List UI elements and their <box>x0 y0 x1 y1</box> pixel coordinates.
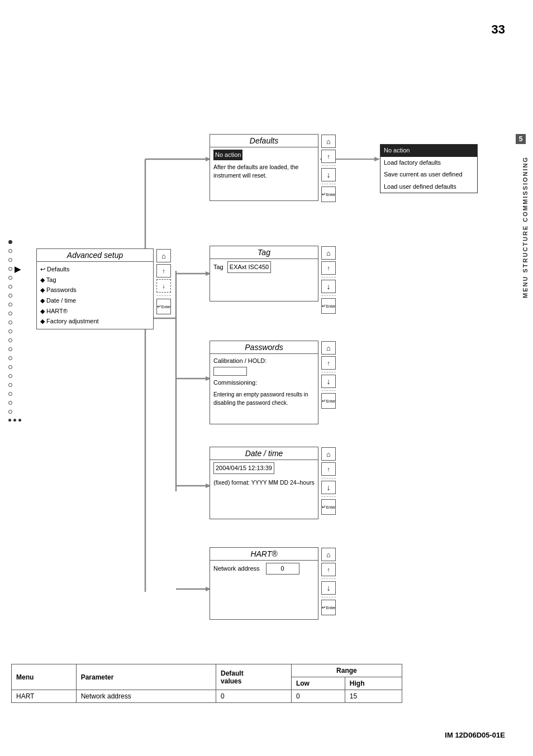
hart-down-btn[interactable]: ↓ <box>321 581 336 595</box>
hart-title: HART® <box>210 548 318 561</box>
tag-box: Tag Tag EXAxt ISC450 ⌂ ↑ ↓ ↵Enter <box>210 246 318 302</box>
passwords-note: Entering an empty password results in di… <box>213 390 315 407</box>
defaults-dropdown: No action Load factory defaults Save cur… <box>380 144 478 193</box>
cell-low: 0 <box>291 690 345 703</box>
tag-up-btn[interactable]: ↑ <box>321 261 336 275</box>
table-row: HART Network address 0 0 15 <box>12 690 402 703</box>
advanced-enter-btn[interactable]: ↵Enter <box>156 299 171 314</box>
passwords-content: Calibration / HOLD: Commissioning: Enter… <box>210 354 318 409</box>
datetime-home-btn[interactable]: ⌂ <box>321 447 336 461</box>
defaults-selected: No action <box>213 150 242 160</box>
dropdown-item-no-action[interactable]: No action <box>380 145 477 157</box>
passwords-title: Passwords <box>210 341 318 354</box>
passwords-enter-btn[interactable]: ↵Enter <box>321 393 336 409</box>
defaults-content: No action After the defaults are loaded,… <box>210 147 318 183</box>
tag-title: Tag <box>210 246 318 259</box>
datetime-enter-btn[interactable]: ↵Enter <box>321 499 336 515</box>
defaults-home-btn[interactable]: ⌂ <box>321 135 336 148</box>
svg-marker-15 <box>374 157 380 161</box>
datetime-box: Date / time 2004/04/15 12:13:39 (fixed) … <box>210 447 318 519</box>
section-number: 5 <box>516 134 526 144</box>
side-label: MENU STRUCTURE COMMISSIONING <box>522 156 529 298</box>
advanced-home-btn[interactable]: ⌂ <box>156 249 171 262</box>
col-parameter: Parameter <box>76 664 216 690</box>
passwords-down-btn[interactable]: ↓ <box>321 375 336 388</box>
dropdown-item-save-user[interactable]: Save current as user defined <box>380 169 477 181</box>
hart-content: Network address 0 <box>210 561 318 577</box>
col-range: Range <box>291 664 402 677</box>
passwords-home-btn[interactable]: ⌂ <box>321 341 336 355</box>
defaults-up-btn[interactable]: ↑ <box>321 150 336 163</box>
defaults-description: After the defaults are loaded, the instr… <box>213 163 315 181</box>
commissioning-label: Commissioning: <box>213 378 315 387</box>
col-low: Low <box>291 677 345 690</box>
dropdown-item-load-user[interactable]: Load user defined defaults <box>380 181 477 193</box>
tag-enter-btn[interactable]: ↵Enter <box>321 298 336 314</box>
cell-menu: HART <box>12 690 77 703</box>
datetime-up-btn[interactable]: ↑ <box>321 462 336 476</box>
defaults-title: Defaults <box>210 135 318 147</box>
col-menu: Menu <box>12 664 77 690</box>
datetime-title: Date / time <box>210 447 318 460</box>
defaults-box: Defaults No action After the defaults ar… <box>210 134 318 201</box>
tag-label: Tag <box>213 264 223 270</box>
passwords-up-btn[interactable]: ↑ <box>321 356 336 370</box>
advanced-setup-box: Advanced setup ↩ Defaults ◆ Tag ◆ Passwo… <box>36 248 154 329</box>
advanced-up-btn[interactable]: ↑ <box>156 264 171 277</box>
advanced-setup-content: ↩ Defaults ◆ Tag ◆ Passwords ◆ Date / ti… <box>37 262 153 329</box>
cal-label: Calibration / HOLD: <box>213 356 315 366</box>
hart-home-btn[interactable]: ⌂ <box>321 548 336 561</box>
parameter-table: Menu Parameter Defaultvalues Range Low H… <box>11 664 402 703</box>
hart-label: Network address <box>213 565 260 572</box>
defaults-down-btn[interactable]: ↓ <box>321 168 336 181</box>
dropdown-item-load-factory[interactable]: Load factory defaults <box>380 157 477 169</box>
col-high: High <box>345 677 402 690</box>
tag-home-btn[interactable]: ⌂ <box>321 246 336 260</box>
hart-value: 0 <box>266 563 299 575</box>
datetime-value: 2004/04/15 12:13:39 <box>213 462 274 474</box>
cell-parameter: Network address <box>76 690 216 703</box>
tag-value: EXAxt ISC450 <box>227 261 271 273</box>
col-default: Defaultvalues <box>216 664 292 690</box>
datetime-down-btn[interactable]: ↓ <box>321 481 336 494</box>
advanced-setup-title: Advanced setup <box>37 249 153 262</box>
datetime-format: (fixed) format: YYYY MM DD 24–hours <box>213 479 315 487</box>
page-number: 33 <box>492 22 505 37</box>
advanced-down-btn[interactable]: ↓ <box>156 279 171 293</box>
cell-default: 0 <box>216 690 292 703</box>
datetime-content: 2004/04/15 12:13:39 (fixed) format: YYYY… <box>210 460 318 489</box>
hart-box: HART® Network address 0 ⌂ ↑ ↓ ↵Enter <box>210 547 318 620</box>
tag-content: Tag EXAxt ISC450 <box>210 259 318 275</box>
tag-down-btn[interactable]: ↓ <box>321 280 336 293</box>
hart-up-btn[interactable]: ↑ <box>321 563 336 576</box>
cell-high: 15 <box>345 690 402 703</box>
defaults-enter-btn[interactable]: ↵Enter <box>321 186 336 202</box>
doc-ref: IM 12D06D05-01E <box>445 731 505 739</box>
hart-enter-btn[interactable]: ↵Enter <box>321 600 336 615</box>
passwords-box: Passwords Calibration / HOLD: Commission… <box>210 341 318 424</box>
